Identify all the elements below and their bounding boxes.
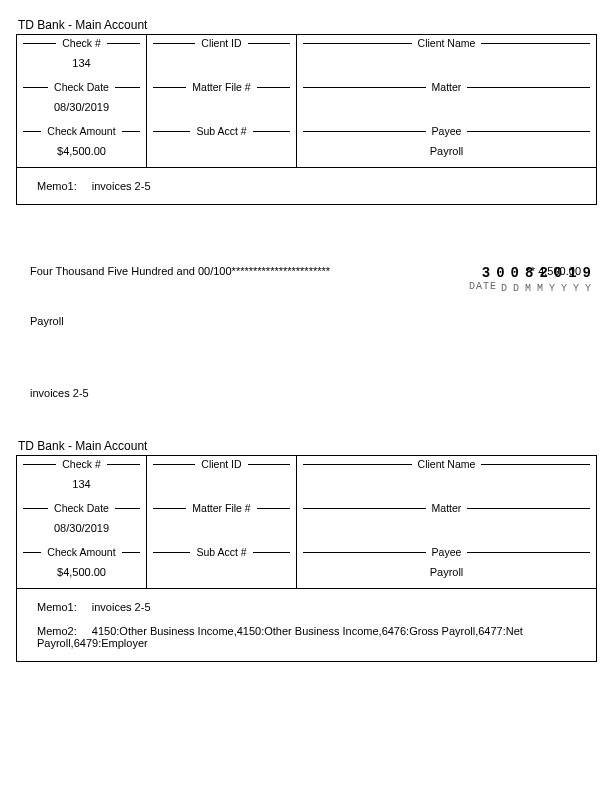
stub1-client-id-value [147,49,296,77]
stub1-client-id-label: Client ID [195,37,247,49]
stub2-check-date-value: 08/30/2019 [17,514,146,544]
stub1-check-amount-value: $4,500.00 [17,137,146,167]
stub2-check-date-label: Check Date [48,502,115,514]
check-amount-words: Four Thousand Five Hundred and 00/100***… [30,265,330,277]
stub2-matter-file-value [147,514,296,542]
stub1-sub-acct-value [147,137,296,165]
stub2-memo2-value: 4150:Other Business Income,4150:Other Bu… [37,625,523,649]
check-date-digits: 30082019 [469,265,597,281]
stub2-memo1-value: invoices 2-5 [92,601,151,613]
stub1-payee-value: Payroll [297,137,596,167]
stub2-client-name-label: Client Name [412,458,482,470]
stub2-check-amount-value: $4,500.00 [17,558,146,588]
stub2-check-amount-label: Check Amount [41,546,121,558]
stub1-matter-label: Matter [426,81,468,93]
account-title: TD Bank - Main Account [18,18,597,32]
check-memo: invoices 2-5 [30,387,597,399]
stub2-payee-label: Payee [426,546,468,558]
check-stub-1: TD Bank - Main Account Check # 134 Clien… [16,18,597,205]
stub2-payee-value: Payroll [297,558,596,588]
check-date-block: 30082019 DATEDDMMYYYY [469,265,597,294]
stub1-grid: Check # 134 Client ID Client Name Check … [16,34,597,205]
stub1-matter-value [297,93,596,121]
stub1-sub-acct-label: Sub Acct # [190,125,252,137]
stub2-memo2-row: Memo2: 4150:Other Business Income,4150:O… [17,619,596,661]
stub2-matter-value [297,514,596,542]
stub2-sub-acct-label: Sub Acct # [190,546,252,558]
stub2-memo2-label: Memo2: [37,625,77,637]
check-body: 30082019 DATEDDMMYYYY Four Thousand Five… [30,265,597,399]
account-title-2: TD Bank - Main Account [18,439,597,453]
stub2-check-no-value: 134 [17,470,146,500]
stub2-grid: Check # 134 Client ID Client Name Check … [16,455,597,662]
check-date-word: DATE [469,281,497,292]
stub1-matter-file-value [147,93,296,121]
stub1-payee-label: Payee [426,125,468,137]
stub1-check-no-value: 134 [17,49,146,79]
stub2-sub-acct-value [147,558,296,586]
stub2-memo1-label: Memo1: [37,601,77,613]
stub2-memo1-row: Memo1: invoices 2-5 [17,588,596,619]
stub1-check-amount-label: Check Amount [41,125,121,137]
stub2-client-id-label: Client ID [195,458,247,470]
check-stub-2: TD Bank - Main Account Check # 134 Clien… [16,439,597,662]
stub2-check-no-label: Check # [56,458,107,470]
stub2-matter-file-label: Matter File # [186,502,256,514]
stub1-matter-file-label: Matter File # [186,81,256,93]
check-date-pattern: DDMMYYYY [501,283,597,294]
stub1-memo1-value: invoices 2-5 [92,180,151,192]
stub1-check-date-value: 08/30/2019 [17,93,146,123]
stub1-check-no-label: Check # [56,37,107,49]
stub1-memo1-label: Memo1: [37,180,77,192]
check-payee: Payroll [30,315,597,327]
stub2-client-id-value [147,470,296,498]
stub2-matter-label: Matter [426,502,468,514]
stub2-client-name-value [297,470,596,498]
stub1-client-name-value [297,49,596,77]
stub1-client-name-label: Client Name [412,37,482,49]
stub1-check-date-label: Check Date [48,81,115,93]
stub1-memo1-row: Memo1: invoices 2-5 [17,167,596,204]
